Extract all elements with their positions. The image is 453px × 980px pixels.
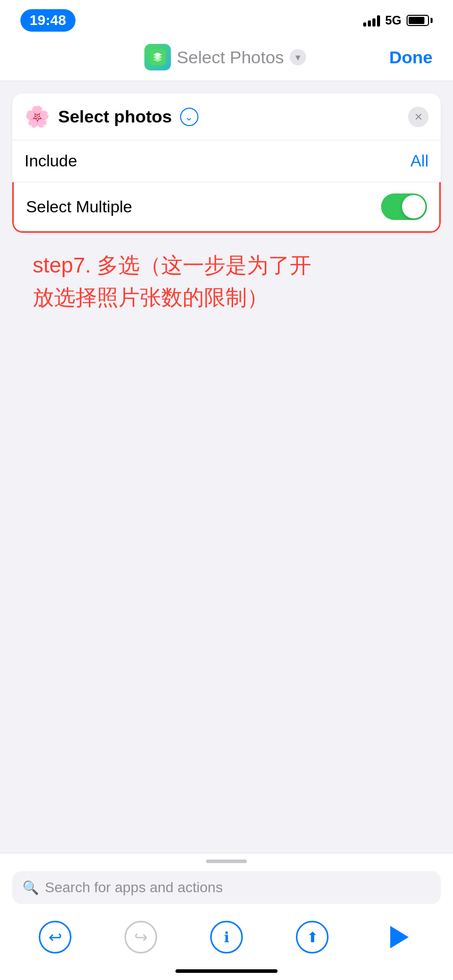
redo-icon: ↪ <box>134 927 148 947</box>
undo-circle: ↩ <box>39 921 71 953</box>
include-label: Include <box>24 152 77 170</box>
play-button[interactable] <box>380 919 416 955</box>
share-button[interactable]: ⬆ <box>294 919 330 955</box>
bottom-sheet: 🔍 Search for apps and actions ↩ ↪ ℹ ⬆ <box>0 853 453 980</box>
undo-button[interactable]: ↩ <box>37 919 73 955</box>
include-value[interactable]: All <box>410 152 429 170</box>
info-icon: ℹ <box>224 929 230 946</box>
select-multiple-toggle[interactable] <box>381 193 427 220</box>
info-button[interactable]: ℹ <box>209 919 244 955</box>
nav-center: Select Photos ▾ <box>144 44 307 70</box>
drag-handle-bar <box>206 860 247 863</box>
annotation-text: step7. 多选（这一步是为了开 放选择照片张数的限制） <box>12 233 441 330</box>
app-icon <box>144 44 171 70</box>
bottom-toolbar: ↩ ↪ ℹ ⬆ <box>0 914 453 965</box>
redo-circle: ↪ <box>124 921 157 953</box>
card-header: 🌸 Select photos ⌄ ✕ <box>12 93 441 140</box>
include-row: Include All <box>12 140 441 182</box>
network-label: 5G <box>385 13 401 28</box>
photos-app-icon: 🌸 <box>24 105 50 129</box>
undo-icon: ↩ <box>48 927 62 947</box>
drag-handle <box>0 853 453 867</box>
signal-icon <box>363 14 380 27</box>
play-icon <box>390 926 409 948</box>
redo-button[interactable]: ↪ <box>123 919 159 955</box>
nav-bar: Select Photos ▾ Done <box>0 37 453 81</box>
card-expand-chevron[interactable]: ⌄ <box>180 108 198 126</box>
search-placeholder: Search for apps and actions <box>45 879 223 896</box>
card-title: Select photos <box>58 107 172 127</box>
card-header-left: 🌸 Select photos ⌄ <box>24 105 198 129</box>
info-circle: ℹ <box>210 921 243 953</box>
nav-chevron-icon[interactable]: ▾ <box>290 49 306 65</box>
share-circle: ⬆ <box>296 921 329 953</box>
select-multiple-label: Select Multiple <box>26 198 132 216</box>
search-bar[interactable]: 🔍 Search for apps and actions <box>12 871 441 904</box>
share-icon: ⬆ <box>307 929 318 946</box>
toggle-thumb <box>402 195 425 218</box>
battery-icon <box>407 15 433 26</box>
status-icons: 5G <box>363 13 433 28</box>
home-indicator <box>0 965 453 975</box>
select-multiple-highlight: Select Multiple <box>12 182 441 233</box>
nav-title: Select Photos <box>177 47 284 67</box>
home-bar <box>175 969 278 973</box>
select-multiple-row: Select Multiple <box>14 182 439 231</box>
select-photos-card: 🌸 Select photos ⌄ ✕ Include All Select M… <box>12 93 441 233</box>
card-close-button[interactable]: ✕ <box>408 107 429 127</box>
status-time: 19:48 <box>20 9 76 32</box>
status-bar: 19:48 5G <box>0 0 453 37</box>
done-button[interactable]: Done <box>389 47 433 67</box>
main-content: 🌸 Select photos ⌄ ✕ Include All Select M… <box>0 81 453 330</box>
search-icon: 🔍 <box>22 880 39 896</box>
